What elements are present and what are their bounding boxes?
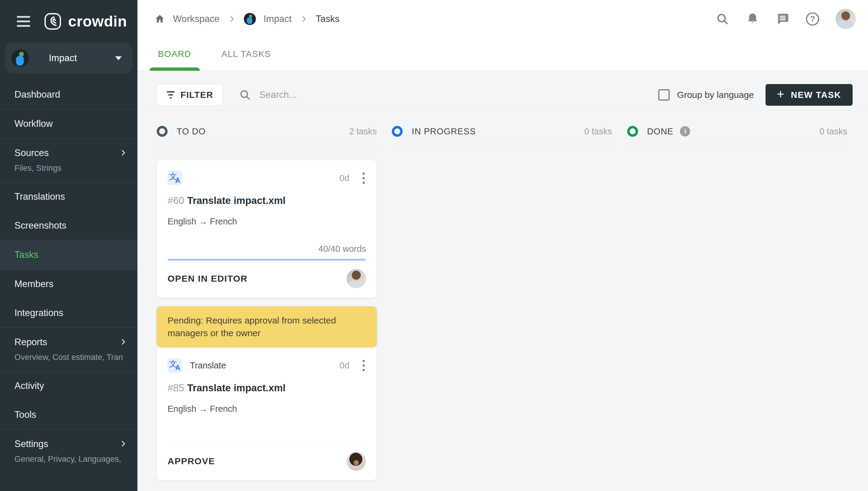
assignee-avatar[interactable] bbox=[346, 452, 366, 471]
topbar: Workspace Impact Tasks ? bbox=[137, 0, 868, 38]
search-input[interactable] bbox=[259, 89, 470, 100]
task-card-85[interactable]: Pending: Requires approval from selected… bbox=[157, 306, 377, 481]
sidebar-item-translations[interactable]: Translations bbox=[0, 182, 137, 211]
main-area: Workspace Impact Tasks ? BOARD ALL TASKS bbox=[137, 0, 868, 491]
done-status-icon bbox=[627, 126, 638, 137]
todo-status-icon bbox=[157, 126, 168, 137]
filter-icon bbox=[167, 91, 174, 98]
sidebar-item-reports[interactable]: Reports Overview, Cost estimate, Transl… bbox=[0, 328, 137, 371]
sidebar-header: crowdin bbox=[0, 0, 137, 41]
task-title: #60Translate impact.xml bbox=[168, 195, 366, 206]
breadcrumb-current-page: Tasks bbox=[316, 13, 340, 24]
breadcrumb-workspace[interactable]: Workspace bbox=[173, 13, 220, 24]
column-done-header: DONE i 0 tasks bbox=[627, 126, 847, 144]
assignee-avatar[interactable] bbox=[346, 269, 366, 288]
column-done: DONE i 0 tasks bbox=[627, 126, 847, 144]
task-card-60[interactable]: 文A 0d #60Translate impact.xml English → … bbox=[157, 160, 377, 298]
active-tab-underline bbox=[149, 67, 200, 71]
group-by-language-checkbox[interactable] bbox=[658, 89, 670, 100]
plus-icon: + bbox=[777, 88, 785, 100]
sidebar-item-integrations[interactable]: Integrations bbox=[0, 298, 137, 327]
search-icon bbox=[239, 89, 251, 101]
sidebar-item-members[interactable]: Members bbox=[0, 269, 137, 298]
breadcrumb-project[interactable]: Impact bbox=[264, 13, 292, 24]
task-title: #85Translate impact.xml bbox=[168, 382, 366, 394]
open-in-editor-button[interactable]: OPEN IN EDITOR bbox=[168, 273, 247, 284]
card-menu-icon[interactable] bbox=[361, 171, 366, 185]
crowdin-app: crowdin Impact Dashboard Workflow Source… bbox=[0, 0, 868, 491]
home-icon[interactable] bbox=[154, 13, 165, 24]
chevron-right-icon bbox=[119, 440, 127, 447]
sidebar-nav: Dashboard Workflow Sources Files, String… bbox=[0, 80, 137, 491]
project-name: Impact bbox=[49, 53, 77, 63]
chevron-right-icon bbox=[228, 15, 236, 23]
user-avatar[interactable] bbox=[836, 9, 856, 29]
search-icon[interactable] bbox=[716, 12, 729, 26]
tab-all-tasks[interactable]: ALL TASKS bbox=[213, 49, 280, 70]
todo-count: 2 tasks bbox=[349, 126, 377, 137]
notifications-bell-icon[interactable] bbox=[746, 12, 759, 26]
project-selector[interactable]: Impact bbox=[5, 43, 133, 74]
search-box bbox=[239, 89, 658, 101]
sidebar-item-sources-subtitle: Files, Strings bbox=[15, 163, 123, 173]
chevron-right-icon bbox=[119, 338, 127, 346]
crowdin-logo[interactable]: crowdin bbox=[44, 12, 127, 31]
word-count: 40/40 words bbox=[168, 244, 366, 254]
sidebar-item-settings[interactable]: Settings General, Privacy, Languages, Q… bbox=[0, 430, 137, 473]
task-id: #60 bbox=[168, 195, 184, 206]
sidebar-item-activity[interactable]: Activity bbox=[0, 371, 137, 400]
column-in-progress: IN PROGRESS 0 tasks bbox=[392, 126, 612, 144]
done-count: 0 tasks bbox=[819, 126, 847, 137]
sidebar-item-reports-subtitle: Overview, Cost estimate, Transl… bbox=[15, 352, 123, 362]
tasks-content: FILTER Group by language + NEW TASK bbox=[137, 71, 868, 491]
sidebar-item-tools[interactable]: Tools bbox=[0, 400, 137, 429]
sidebar-item-dashboard[interactable]: Dashboard bbox=[0, 80, 137, 109]
info-icon[interactable]: i bbox=[680, 126, 690, 137]
pending-approval-banner: Pending: Requires approval from selected… bbox=[157, 306, 377, 347]
help-icon[interactable]: ? bbox=[806, 12, 819, 26]
translate-task-icon: 文A bbox=[168, 358, 182, 373]
toolbar: FILTER Group by language + NEW TASK bbox=[137, 71, 868, 110]
page-tabs: BOARD ALL TASKS bbox=[137, 38, 868, 71]
sidebar-item-tasks[interactable]: Tasks bbox=[0, 240, 137, 269]
in-progress-count: 0 tasks bbox=[584, 126, 612, 137]
language-pair: English → French bbox=[168, 404, 366, 414]
tab-board[interactable]: BOARD bbox=[149, 49, 200, 70]
chevron-down-icon bbox=[115, 56, 122, 60]
project-avatar bbox=[11, 49, 29, 67]
card-menu-icon[interactable] bbox=[361, 359, 366, 372]
chevron-right-icon bbox=[119, 149, 127, 156]
topbar-icons: ? bbox=[716, 9, 856, 29]
sidebar-item-workflow[interactable]: Workflow bbox=[0, 109, 137, 138]
breadcrumb-project-avatar bbox=[244, 13, 256, 25]
sidebar: crowdin Impact Dashboard Workflow Source… bbox=[0, 0, 137, 491]
task-id: #85 bbox=[168, 382, 184, 394]
sidebar-item-settings-subtitle: General, Privacy, Languages, Q… bbox=[15, 454, 123, 464]
chevron-right-icon bbox=[300, 15, 308, 23]
due-badge: 0d bbox=[339, 360, 349, 371]
filter-button[interactable]: FILTER bbox=[157, 84, 223, 106]
sidebar-item-screenshots[interactable]: Screenshots bbox=[0, 211, 137, 240]
new-task-button[interactable]: + NEW TASK bbox=[765, 84, 852, 106]
approve-button[interactable]: APPROVE bbox=[168, 456, 215, 466]
kanban-board: TO DO 2 tasks 文A 0d bbox=[137, 110, 868, 491]
column-todo: TO DO 2 tasks 文A 0d bbox=[157, 126, 377, 481]
due-badge: 0d bbox=[339, 173, 349, 183]
sidebar-item-sources[interactable]: Sources Files, Strings bbox=[0, 139, 137, 182]
group-by-language-toggle[interactable]: Group by language bbox=[658, 89, 754, 100]
crowdin-logo-icon bbox=[44, 12, 62, 31]
todo-cards: 文A 0d #60Translate impact.xml English → … bbox=[157, 160, 377, 481]
translate-task-icon: 文A bbox=[168, 171, 182, 185]
task-type-label: Translate bbox=[190, 360, 226, 371]
messages-icon[interactable] bbox=[776, 12, 790, 26]
breadcrumb: Workspace Impact Tasks bbox=[154, 13, 340, 25]
column-in-progress-header: IN PROGRESS 0 tasks bbox=[392, 126, 612, 144]
language-pair: English → French bbox=[168, 216, 366, 227]
hamburger-menu-icon[interactable] bbox=[17, 16, 30, 27]
crowdin-logo-text: crowdin bbox=[68, 13, 127, 30]
in-progress-status-icon bbox=[392, 126, 403, 137]
column-todo-header: TO DO 2 tasks bbox=[157, 126, 377, 144]
